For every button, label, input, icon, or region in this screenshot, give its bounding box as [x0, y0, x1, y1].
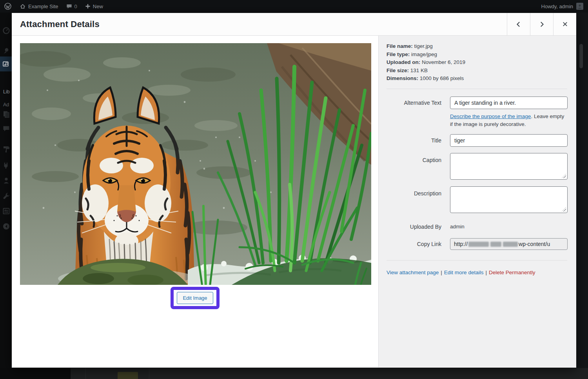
chevron-right-icon	[539, 21, 545, 27]
sidebar-item-add-new[interactable]: Ad	[3, 102, 9, 108]
page-scrollbar-thumb[interactable]	[579, 44, 583, 68]
tools-icon[interactable]	[2, 192, 10, 200]
chevron-left-icon	[515, 21, 522, 27]
attachment-details-list: File name: tiger.jpg File type: image/jp…	[387, 42, 465, 83]
detail-file-name: File name: tiger.jpg	[387, 42, 465, 51]
edit-image-highlight-box: Edit Image	[171, 287, 219, 309]
detail-uploaded-on: Uploaded on: November 6, 2019	[387, 58, 465, 67]
redacted-url-segment	[503, 242, 518, 247]
detail-dimensions: Dimensions: 1000 by 686 pixels	[387, 75, 465, 83]
edit-image-button[interactable]: Edit Image	[177, 292, 213, 304]
admin-menu-behind	[0, 368, 71, 379]
detail-file-type: File type: image/jpeg	[387, 51, 465, 59]
admin-bar-new[interactable]: New	[81, 0, 107, 13]
attachment-actions: View attachment page|Edit more details|D…	[387, 270, 535, 275]
title-input[interactable]	[450, 134, 568, 147]
admin-sidebar: Lib Ad	[0, 13, 12, 379]
url-suffix: wp-content/u	[519, 241, 550, 247]
comments-icon[interactable]	[2, 125, 10, 133]
user-avatar-icon	[577, 4, 583, 9]
howdy-admin[interactable]: Howdy, admin	[541, 4, 573, 9]
media-thumbnail-behind	[118, 372, 138, 379]
sidebar-item-library[interactable]: Lib	[3, 89, 10, 95]
behind-seam	[85, 368, 86, 379]
appearance-icon[interactable]	[2, 145, 10, 153]
settings-icon[interactable]	[2, 207, 10, 215]
divider	[387, 260, 567, 261]
close-icon	[562, 21, 568, 27]
page-behind-modal	[0, 368, 588, 379]
posts-pin-icon[interactable]	[2, 47, 10, 55]
alt-text-label: Alternative Text	[387, 97, 441, 109]
attachment-details-modal: Attachment Details	[12, 13, 576, 368]
modal-title: Attachment Details	[12, 19, 100, 29]
wordpress-logo-menu[interactable]	[0, 0, 16, 13]
title-label: Title	[387, 134, 441, 147]
alt-text-help: Describe the purpose of the image. Leave…	[450, 113, 568, 128]
caption-textarea[interactable]	[450, 153, 568, 180]
comments-count: 0	[74, 4, 77, 9]
media-icon[interactable]	[2, 60, 10, 68]
admin-bar-comments[interactable]: 0	[62, 0, 81, 13]
url-prefix: http://	[454, 241, 468, 247]
description-label: Description	[387, 186, 441, 213]
close-modal-button[interactable]	[553, 13, 576, 36]
admin-bar: Example Site 0 New Howdy, admin	[0, 0, 588, 13]
admin-bar-site-link[interactable]: Example Site	[16, 0, 62, 13]
plus-icon	[85, 4, 91, 9]
media-library-behind	[71, 368, 588, 379]
uploaded-by-value: admin	[450, 223, 465, 231]
avatar[interactable]	[576, 3, 583, 10]
home-icon	[20, 3, 26, 9]
new-label: New	[93, 4, 103, 9]
wordpress-logo-icon	[4, 2, 12, 10]
delete-permanently-link[interactable]: Delete Permanently	[489, 270, 535, 275]
uploaded-by-label: Uploaded By	[387, 223, 441, 231]
behind-seam	[149, 368, 149, 379]
copy-link-field[interactable]: http:// wp-content/u	[450, 238, 568, 250]
description-textarea[interactable]	[450, 186, 568, 213]
collapse-menu-icon[interactable]	[2, 222, 10, 230]
describe-purpose-link[interactable]: Describe the purpose of the image	[450, 113, 531, 119]
attachment-preview-column: Edit Image	[12, 36, 378, 367]
modal-header: Attachment Details	[12, 13, 576, 36]
view-attachment-page-link[interactable]: View attachment page	[387, 270, 439, 275]
attachment-preview-image	[20, 43, 371, 285]
users-icon[interactable]	[2, 177, 10, 184]
alt-text-input[interactable]	[450, 97, 568, 109]
next-attachment-button[interactable]	[530, 13, 553, 36]
copy-link-label: Copy Link	[387, 238, 441, 250]
detail-file-size: File size: 131 KB	[387, 67, 465, 75]
redacted-url-segment	[468, 242, 489, 247]
edit-more-details-link[interactable]: Edit more details	[444, 270, 484, 275]
attachment-info-panel: File name: tiger.jpg File type: image/jp…	[378, 36, 576, 367]
redacted-url-segment	[490, 242, 501, 247]
divider	[387, 89, 567, 89]
comment-bubble-icon	[66, 4, 72, 9]
pages-icon[interactable]	[2, 110, 10, 118]
site-name: Example Site	[28, 4, 58, 9]
dashboard-icon[interactable]	[2, 27, 10, 35]
plugins-icon[interactable]	[2, 162, 10, 169]
previous-attachment-button[interactable]	[507, 13, 530, 36]
caption-label: Caption	[387, 153, 441, 180]
